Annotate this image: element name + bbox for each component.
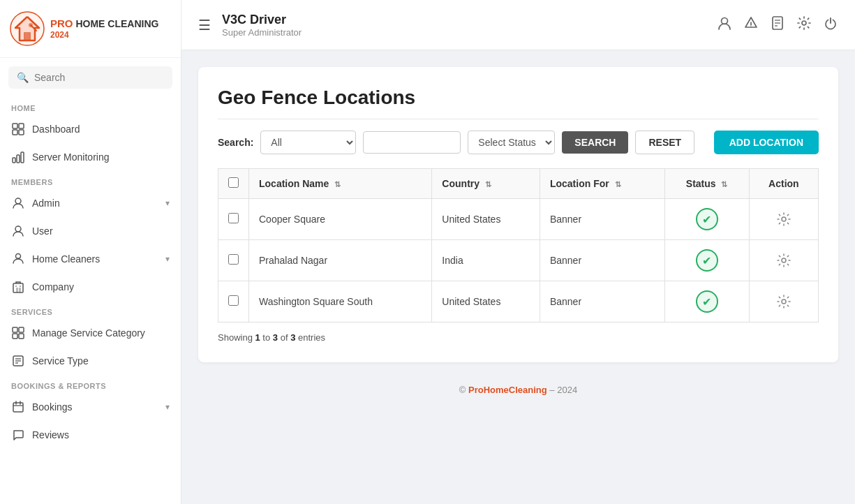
sidebar-item-bookings-label: Bookings (32, 401, 158, 413)
svg-point-12 (15, 198, 21, 204)
sidebar-item-user[interactable]: User (0, 217, 181, 245)
person-outline-icon (11, 224, 25, 238)
sidebar-item-reviews-label: Reviews (32, 429, 170, 440)
td-country-1: United States (432, 199, 540, 240)
td-location-name-3: Washington Square South (249, 281, 432, 323)
chevron-down-icon: ▾ (165, 198, 170, 208)
svg-rect-6 (19, 124, 24, 128)
th-location-name[interactable]: Location Name ⇅ (249, 169, 432, 199)
svg-point-40 (802, 21, 806, 25)
svg-rect-5 (13, 124, 17, 128)
nav-section-home: HOME (0, 97, 181, 115)
row-checkbox-1[interactable] (228, 213, 239, 223)
search-category-select[interactable]: All Location Name Country (260, 131, 356, 154)
status-badge-active-2[interactable]: ✔ (695, 249, 719, 272)
td-country-2: India (432, 240, 540, 281)
td-checkbox-3 (218, 281, 249, 323)
sidebar-item-admin[interactable]: Admin ▾ (0, 189, 181, 217)
svg-rect-17 (16, 288, 18, 292)
svg-point-13 (15, 226, 21, 232)
row-checkbox-3[interactable] (228, 295, 239, 306)
sidebar: PRO HOME CLEANING 2024 🔍 HOME Dashboard … (0, 0, 181, 504)
logo-text: PRO HOME CLEANING 2024 (50, 17, 158, 40)
status-select[interactable]: Select Status Active Inactive (468, 131, 555, 154)
chevron-down-icon-3: ▾ (165, 402, 170, 412)
sidebar-item-user-label: User (32, 225, 170, 237)
footer: © ProHomeCleaning – 2024 (198, 373, 838, 406)
add-location-button[interactable]: ADD LOCATION (714, 131, 819, 154)
person-badge-icon (11, 252, 25, 266)
logo-year: 2024 (50, 30, 158, 40)
td-location-name-2: Prahalad Nagar (249, 240, 432, 281)
table-row: Prahalad Nagar India Banner ✔ (218, 240, 819, 281)
status-badge-active-3[interactable]: ✔ (695, 290, 719, 313)
search-label: Search: (218, 137, 253, 148)
row-checkbox-2[interactable] (228, 254, 239, 265)
sidebar-search-box[interactable]: 🔍 (8, 66, 172, 89)
status-circle-1: ✔ (696, 208, 718, 230)
footer-brand: ProHomeCleaning (468, 385, 547, 395)
power-icon[interactable] (823, 15, 838, 34)
svg-rect-23 (13, 334, 17, 339)
sidebar-item-server-monitoring[interactable]: Server Monitoring (0, 143, 181, 171)
action-gear-2[interactable] (772, 249, 796, 272)
search-button[interactable]: SEARCH (562, 131, 628, 154)
bar-chart-icon (11, 150, 25, 164)
action-gear-1[interactable] (772, 207, 796, 231)
grid-sm-icon (11, 326, 25, 340)
td-location-for-3: Banner (540, 281, 664, 323)
th-location-for[interactable]: Location For ⇅ (540, 169, 664, 199)
document-icon[interactable] (770, 15, 785, 34)
search-text-input[interactable] (363, 131, 461, 154)
logo: PRO HOME CLEANING 2024 (0, 0, 181, 58)
sidebar-item-admin-label: Admin (32, 198, 158, 209)
showing-text: Showing 1 to 3 of 3 entries (218, 332, 819, 343)
topbar-subtitle: Super Administrator (222, 27, 302, 38)
action-gear-3[interactable] (772, 290, 796, 313)
status-badge-active-1[interactable]: ✔ (695, 207, 719, 231)
sidebar-item-manage-service-category[interactable]: Manage Service Category (0, 319, 181, 347)
td-country-3: United States (432, 281, 540, 323)
svg-rect-8 (19, 130, 24, 135)
sort-icon-country: ⇅ (485, 180, 491, 188)
td-location-name-1: Cooper Square (249, 199, 432, 240)
svg-rect-24 (19, 334, 24, 339)
sidebar-item-reviews[interactable]: Reviews (0, 421, 181, 449)
sidebar-search-input[interactable] (34, 72, 164, 83)
sidebar-item-manage-service-category-label: Manage Service Category (32, 327, 170, 339)
alert-icon[interactable] (743, 15, 759, 34)
nav-section-members: MEMBERS (0, 171, 181, 189)
svg-point-35 (750, 27, 752, 28)
sort-icon-location-for: ⇅ (615, 180, 621, 188)
table-row: Cooper Square United States Banner ✔ (218, 199, 819, 240)
sidebar-item-dashboard[interactable]: Dashboard (0, 115, 181, 143)
sidebar-item-service-type[interactable]: Service Type (0, 347, 181, 375)
topbar-left: ☰ V3C Driver Super Administrator (198, 13, 302, 38)
settings-icon[interactable] (796, 15, 812, 34)
svg-point-43 (782, 299, 786, 304)
sidebar-item-company-label: Company (32, 281, 170, 292)
td-checkbox-2 (218, 240, 249, 281)
th-status[interactable]: Status ⇅ (664, 169, 749, 199)
geo-fence-table: Location Name ⇅ Country ⇅ Location For ⇅ (218, 168, 819, 323)
sidebar-item-bookings[interactable]: Bookings ▾ (0, 393, 181, 421)
logo-icon (10, 11, 45, 46)
main-content: ☰ V3C Driver Super Administrator (181, 0, 855, 504)
hamburger-icon[interactable]: ☰ (198, 17, 211, 34)
logo-pro: PRO HOME CLEANING (50, 17, 158, 30)
td-action-3 (749, 281, 818, 323)
sidebar-item-company[interactable]: Company (0, 273, 181, 301)
page-card: Geo Fence Locations Search: All Location… (198, 67, 838, 362)
grid-icon (11, 122, 25, 136)
search-icon: 🔍 (17, 72, 29, 83)
select-all-checkbox[interactable] (228, 177, 239, 188)
topbar-title: V3C Driver (222, 13, 302, 27)
th-country[interactable]: Country ⇅ (432, 169, 540, 199)
sidebar-item-service-type-label: Service Type (32, 355, 170, 366)
sidebar-item-home-cleaners[interactable]: Home Cleaners ▾ (0, 245, 181, 273)
reset-button[interactable]: RESET (635, 131, 694, 154)
td-location-for-2: Banner (540, 240, 664, 281)
th-checkbox (218, 169, 249, 199)
svg-point-42 (782, 258, 786, 262)
user-icon[interactable] (717, 15, 732, 34)
